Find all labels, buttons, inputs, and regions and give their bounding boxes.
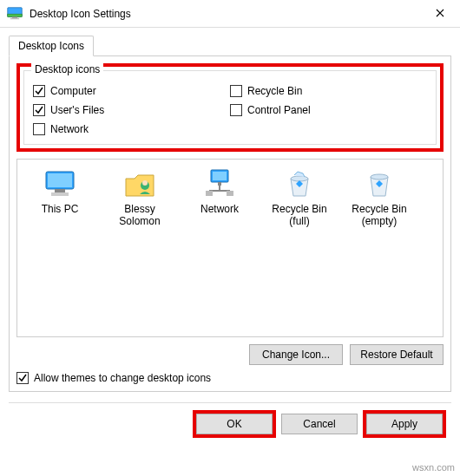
apply-button[interactable]: Apply xyxy=(366,414,443,434)
change-icon-button[interactable]: Change Icon... xyxy=(249,344,343,365)
checkbox-network[interactable]: Network xyxy=(33,123,230,135)
tab-panel: Desktop icons Computer Recycle Bin xyxy=(9,55,451,392)
preview-network[interactable]: Network xyxy=(182,168,257,215)
checkbox-label: Control Panel xyxy=(247,104,311,116)
preview-label: This PC xyxy=(42,203,79,215)
preview-label: Recycle Bin (empty) xyxy=(342,203,417,228)
window-title: Desktop Icon Settings xyxy=(30,8,420,20)
checkbox-computer[interactable]: Computer xyxy=(33,85,230,97)
checkbox-users-files[interactable]: User's Files xyxy=(33,104,230,116)
restore-default-button[interactable]: Restore Default xyxy=(350,344,444,365)
checkbox-label: Allow themes to change desktop icons xyxy=(34,372,211,384)
svg-rect-2 xyxy=(12,16,17,18)
preview-user-folder[interactable]: Blessy Solomon xyxy=(102,168,177,228)
close-icon xyxy=(436,8,444,20)
computer-icon xyxy=(43,168,77,199)
group-legend: Desktop icons xyxy=(31,63,103,75)
svg-rect-7 xyxy=(51,192,69,196)
checkbox-icon xyxy=(230,104,242,116)
checkbox-label: Computer xyxy=(50,85,96,97)
checkbox-grid: Computer Recycle Bin User's Files xyxy=(33,85,427,135)
watermark: wsxn.com xyxy=(412,462,455,473)
icon-preview-pane[interactable]: This PC Blessy Solomon xyxy=(16,159,444,337)
close-button[interactable] xyxy=(420,0,460,28)
preview-recycle-bin-full[interactable]: Recycle Bin (full) xyxy=(262,168,337,228)
checkbox-icon xyxy=(33,104,45,116)
ok-button[interactable]: OK xyxy=(196,414,273,434)
cancel-button[interactable]: Cancel xyxy=(281,414,358,434)
client-area: Desktop Icons Desktop icons Computer Rec… xyxy=(0,28,460,445)
highlight-desktop-icons-group: Desktop icons Computer Recycle Bin xyxy=(16,63,444,152)
tab-desktop-icons[interactable]: Desktop Icons xyxy=(9,36,94,56)
svg-rect-1 xyxy=(8,14,23,16)
checkbox-label: Recycle Bin xyxy=(247,85,302,97)
svg-rect-6 xyxy=(55,189,65,192)
icon-action-row: Change Icon... Restore Default xyxy=(16,344,444,365)
checkbox-label: User's Files xyxy=(50,104,104,116)
svg-rect-15 xyxy=(206,191,213,196)
svg-point-9 xyxy=(142,180,148,186)
recycle-bin-empty-icon xyxy=(362,168,397,199)
desktop-icons-group: Desktop icons Computer Recycle Bin xyxy=(23,70,437,145)
checkbox-control-panel[interactable]: Control Panel xyxy=(230,104,427,116)
user-folder-icon xyxy=(122,168,157,199)
checkbox-icon xyxy=(230,85,242,97)
svg-rect-5 xyxy=(48,173,72,187)
checkbox-icon xyxy=(33,85,45,97)
svg-rect-12 xyxy=(218,182,221,186)
preview-label: Blessy Solomon xyxy=(102,203,177,228)
svg-rect-11 xyxy=(213,172,227,180)
recycle-bin-full-icon xyxy=(282,168,317,199)
checkbox-label: Network xyxy=(50,123,89,135)
svg-rect-16 xyxy=(227,191,233,196)
dialog-button-row: OK Cancel Apply xyxy=(9,402,451,445)
checkbox-icon xyxy=(16,372,29,384)
tabstrip: Desktop Icons xyxy=(9,36,451,56)
svg-point-18 xyxy=(371,174,388,179)
preview-label: Network xyxy=(200,203,239,215)
titlebar: Desktop Icon Settings xyxy=(0,0,460,28)
preview-label: Recycle Bin (full) xyxy=(262,203,337,228)
preview-this-pc[interactable]: This PC xyxy=(23,168,97,215)
checkbox-allow-themes[interactable]: Allow themes to change desktop icons xyxy=(16,372,444,384)
checkbox-icon xyxy=(33,123,45,135)
network-icon xyxy=(202,168,237,199)
app-icon xyxy=(7,7,23,21)
svg-rect-3 xyxy=(10,17,20,19)
checkbox-recycle-bin[interactable]: Recycle Bin xyxy=(230,85,427,97)
preview-recycle-bin-empty[interactable]: Recycle Bin (empty) xyxy=(342,168,417,228)
